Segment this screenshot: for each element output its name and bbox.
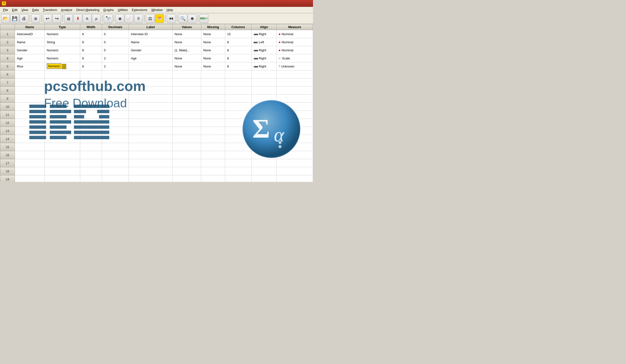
missing-cell[interactable] bbox=[201, 111, 225, 119]
width-cell[interactable] bbox=[80, 78, 102, 87]
menu-file[interactable]: File bbox=[1, 8, 10, 12]
values-cell[interactable] bbox=[172, 175, 201, 182]
label-cell[interactable] bbox=[129, 95, 172, 103]
width-cell[interactable] bbox=[80, 87, 102, 95]
name-cell[interactable] bbox=[15, 78, 45, 87]
col-header-missing[interactable]: Missing bbox=[201, 24, 225, 30]
values-cell[interactable] bbox=[172, 167, 201, 175]
label-cell[interactable] bbox=[129, 159, 172, 167]
type-dropdown-button[interactable]: ... bbox=[62, 64, 66, 69]
align-cell[interactable] bbox=[251, 103, 276, 111]
menu-utilities[interactable]: Utilities bbox=[116, 8, 130, 12]
measure-cell[interactable]: ●Nominal bbox=[276, 38, 313, 46]
insert-variable-button[interactable]: ⬇ bbox=[73, 14, 82, 23]
columns-cell[interactable] bbox=[225, 159, 251, 167]
values-cell[interactable] bbox=[172, 143, 201, 151]
name-cell[interactable] bbox=[15, 151, 45, 159]
col-header-label[interactable]: Label bbox=[129, 24, 172, 30]
decimals-cell[interactable] bbox=[102, 143, 129, 151]
value-labels-button[interactable]: ☰ bbox=[134, 14, 143, 23]
measure-cell[interactable] bbox=[276, 135, 313, 143]
variable-view-button[interactable]: ⊞ bbox=[31, 14, 40, 23]
decimals-cell[interactable] bbox=[102, 159, 129, 167]
type-cell[interactable]: String bbox=[44, 38, 80, 46]
values-cell[interactable] bbox=[172, 71, 201, 78]
type-cell[interactable]: Numeric bbox=[44, 30, 80, 38]
width-cell[interactable] bbox=[80, 167, 102, 175]
columns-cell[interactable] bbox=[225, 167, 251, 175]
columns-cell[interactable] bbox=[225, 143, 251, 151]
width-cell[interactable]: 8 bbox=[80, 46, 102, 54]
missing-cell[interactable] bbox=[201, 159, 225, 167]
save-button[interactable]: 💾 bbox=[10, 14, 19, 23]
width-cell[interactable]: 8 bbox=[80, 38, 102, 46]
decimals-cell[interactable] bbox=[102, 111, 129, 119]
align-cell[interactable]: Right bbox=[251, 62, 276, 71]
label-cell[interactable] bbox=[129, 167, 172, 175]
col-header-measure[interactable]: Measure bbox=[276, 24, 313, 30]
menu-extensions[interactable]: Extensions bbox=[130, 8, 149, 12]
columns-cell[interactable] bbox=[225, 151, 251, 159]
decimals-cell[interactable] bbox=[102, 119, 129, 127]
name-cell[interactable] bbox=[15, 175, 45, 182]
label-cell[interactable]: Gender bbox=[129, 46, 172, 54]
type-cell[interactable]: Numeric bbox=[44, 46, 80, 54]
missing-cell[interactable] bbox=[201, 87, 225, 95]
width-cell[interactable] bbox=[80, 111, 102, 119]
decimals-cell[interactable] bbox=[102, 71, 129, 78]
columns-cell[interactable] bbox=[225, 119, 251, 127]
measure-cell[interactable] bbox=[276, 95, 313, 103]
name-cell[interactable] bbox=[15, 143, 45, 151]
width-cell[interactable] bbox=[80, 127, 102, 135]
chart-builder-button[interactable]: 📈 bbox=[125, 14, 133, 23]
open-button[interactable]: 📂 bbox=[1, 14, 10, 23]
width-cell[interactable] bbox=[80, 143, 102, 151]
columns-cell[interactable]: 8 bbox=[225, 62, 251, 71]
name-cell[interactable] bbox=[15, 111, 45, 119]
values-cell[interactable] bbox=[172, 119, 201, 127]
decimals-cell[interactable]: 0 bbox=[102, 46, 129, 54]
width-cell[interactable] bbox=[80, 95, 102, 103]
missing-cell[interactable] bbox=[201, 127, 225, 135]
label-cell[interactable] bbox=[129, 111, 172, 119]
find-button[interactable]: 🔭 bbox=[104, 14, 113, 23]
decimals-cell[interactable] bbox=[102, 87, 129, 95]
columns-cell[interactable]: 15 bbox=[225, 30, 251, 38]
name-cell[interactable]: Gender bbox=[15, 46, 45, 54]
measure-cell[interactable] bbox=[276, 119, 313, 127]
label-cell[interactable] bbox=[129, 151, 172, 159]
values-cell[interactable] bbox=[172, 87, 201, 95]
type-cell[interactable] bbox=[44, 119, 80, 127]
columns-cell[interactable]: 8 bbox=[225, 54, 251, 62]
redo-button[interactable]: ↪ bbox=[52, 14, 61, 23]
label-cell[interactable] bbox=[129, 119, 172, 127]
type-cell[interactable] bbox=[44, 111, 80, 119]
decimals-cell[interactable] bbox=[102, 95, 129, 103]
decimals-cell[interactable] bbox=[102, 167, 129, 175]
label-cell[interactable]: Name bbox=[129, 38, 172, 46]
align-cell[interactable] bbox=[251, 111, 276, 119]
missing-cell[interactable] bbox=[201, 78, 225, 87]
missing-cell[interactable] bbox=[201, 103, 225, 111]
missing-cell[interactable]: None bbox=[201, 46, 225, 54]
align-cell[interactable] bbox=[251, 95, 276, 103]
missing-cell[interactable] bbox=[201, 95, 225, 103]
columns-cell[interactable] bbox=[225, 103, 251, 111]
insert-cases-button[interactable]: ▤ bbox=[64, 14, 73, 23]
search-button[interactable]: 🔍 bbox=[179, 14, 187, 23]
align-cell[interactable] bbox=[251, 119, 276, 127]
values-cell[interactable] bbox=[172, 135, 201, 143]
menu-data[interactable]: Data bbox=[30, 8, 40, 12]
measure-cell[interactable] bbox=[276, 175, 313, 182]
measure-cell[interactable] bbox=[276, 71, 313, 78]
name-cell[interactable]: Name bbox=[15, 38, 45, 46]
columns-cell[interactable] bbox=[225, 127, 251, 135]
align-cell[interactable]: Right bbox=[251, 46, 276, 54]
align-cell[interactable] bbox=[251, 127, 276, 135]
columns-cell[interactable] bbox=[225, 87, 251, 95]
type-cell[interactable] bbox=[44, 151, 80, 159]
align-cell[interactable]: Right bbox=[251, 54, 276, 62]
align-cell[interactable] bbox=[251, 143, 276, 151]
decimals-cell[interactable]: 2 bbox=[102, 62, 129, 71]
menu-window[interactable]: Window bbox=[149, 8, 164, 12]
